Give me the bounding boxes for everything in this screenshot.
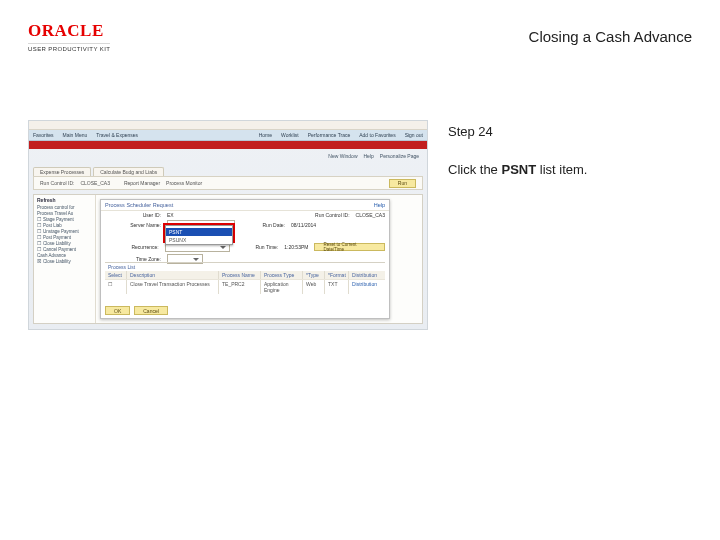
cell-format[interactable]: TXT xyxy=(325,280,349,294)
process-monitor-link[interactable]: Process Monitor xyxy=(166,180,202,186)
list-item: Process control for xyxy=(37,205,92,210)
menu-item[interactable]: Sign out xyxy=(405,132,423,138)
cancel-button[interactable]: Cancel xyxy=(134,306,168,315)
instruction-panel: Step 24 Click the PSNT list item. xyxy=(440,120,692,330)
process-scheduler-modal: Process Scheduler Request Help User ID: … xyxy=(100,199,390,319)
chevron-down-icon xyxy=(193,258,199,261)
list-item: ☐Cancel Payment xyxy=(37,247,92,252)
instruction-prefix: Click the xyxy=(448,162,501,177)
menu-item[interactable]: Main Menu xyxy=(63,132,88,138)
server-name-dropdown-list[interactable]: PSNT PSUNX xyxy=(165,225,233,245)
menu-item[interactable]: Performance Trace xyxy=(308,132,351,138)
process-list-grid: Process List Select Description Process … xyxy=(105,262,385,294)
cell-select[interactable]: ☐ xyxy=(105,280,127,294)
step-label: Step 24 xyxy=(448,124,692,139)
col-description: Description xyxy=(127,271,219,279)
server-name-label: Server Name: xyxy=(105,222,161,228)
sidebar-header[interactable]: Refresh xyxy=(37,197,92,203)
list-item: ☐Close Liability xyxy=(37,241,92,246)
tab-calc-budg[interactable]: Calculate Budg and Liabs xyxy=(93,167,164,176)
process-sidebar: Refresh Process control for Process Trav… xyxy=(34,195,96,323)
rundate-label: Run Date: xyxy=(241,222,285,228)
list-item: Process Travel Au xyxy=(37,211,92,216)
menu-item[interactable]: Travel & Expenses xyxy=(96,132,138,138)
page-title: Closing a Cash Advance xyxy=(529,28,692,45)
cell-process-type: Application Engine xyxy=(261,280,303,294)
cell-process-name: TE_PRC2 xyxy=(219,280,261,294)
runcontrol-value: CLOSE_CA3 xyxy=(356,212,385,218)
menu-item[interactable]: Add to Favorites xyxy=(359,132,395,138)
run-button[interactable]: Run xyxy=(389,179,416,188)
menu-item[interactable]: Worklist xyxy=(281,132,299,138)
link-personalize[interactable]: Personalize Page xyxy=(380,153,419,159)
run-control-value: CLOSE_CA3 xyxy=(80,180,109,186)
brand-product: USER PRODUCTIVITY KIT xyxy=(28,43,110,52)
link-new-window[interactable]: New Window xyxy=(328,153,357,159)
runtime-value: 1:20:53PM xyxy=(284,244,308,250)
col-select: Select xyxy=(105,271,127,279)
recurrence-label: Recurrence: xyxy=(105,244,159,250)
process-list-label: Process List xyxy=(105,263,385,271)
list-item: Cash Advance xyxy=(37,253,92,258)
modal-title-text: Process Scheduler Request xyxy=(105,202,173,208)
col-process-name: Process Name xyxy=(219,271,261,279)
oracle-red-bar xyxy=(29,141,427,149)
link-help[interactable]: Help xyxy=(364,153,374,159)
cell-description: Close Travel Transaction Processes xyxy=(127,280,219,294)
col-distribution: Distribution xyxy=(349,271,385,279)
brand-logo: ORACLE USER PRODUCTIVITY KIT xyxy=(28,21,110,52)
menu-item[interactable]: Favorites xyxy=(33,132,54,138)
menu-item[interactable]: Home xyxy=(259,132,272,138)
list-item: ☒Close Liability xyxy=(37,259,92,264)
dropdown-option-psunx[interactable]: PSUNX xyxy=(166,236,232,244)
tab-expense-processes[interactable]: Expense Processes xyxy=(33,167,91,176)
col-process-type: Process Type xyxy=(261,271,303,279)
cell-type[interactable]: Web xyxy=(303,280,325,294)
main-menubar: Favorites Main Menu Travel & Expenses Ho… xyxy=(29,130,427,141)
table-row: ☐ Close Travel Transaction Processes TE_… xyxy=(105,279,385,294)
rundate-value: 08/11/2014 xyxy=(291,222,316,228)
list-item: ☐Unstage Payment xyxy=(37,229,92,234)
sub-header: New Window Help Personalize Page xyxy=(29,149,427,163)
runtime-label: Run Time: xyxy=(236,244,278,250)
userid-value: EX xyxy=(167,212,174,218)
list-item: ☐Post Payment xyxy=(37,235,92,240)
report-manager-link[interactable]: Report Manager xyxy=(124,180,160,186)
ok-button[interactable]: OK xyxy=(105,306,130,315)
run-control-label: Run Control ID: xyxy=(40,180,74,186)
dropdown-option-psnt[interactable]: PSNT xyxy=(166,228,232,236)
col-type: *Type xyxy=(303,271,325,279)
instruction-text: Click the PSNT list item. xyxy=(448,161,692,179)
list-item: ☐Stage Payment xyxy=(37,217,92,222)
runcontrol-label: Run Control ID: xyxy=(290,212,350,218)
col-format: *Format xyxy=(325,271,349,279)
run-control-bar: Run Control ID: CLOSE_CA3 Report Manager… xyxy=(33,176,423,190)
chevron-down-icon xyxy=(220,246,226,249)
cell-distribution[interactable]: Distribution xyxy=(349,280,385,294)
modal-help-link[interactable]: Help xyxy=(374,202,385,208)
screenshot-thumbnail: Favorites Main Menu Travel & Expenses Ho… xyxy=(28,120,428,330)
userid-label: User ID: xyxy=(105,212,161,218)
instruction-bold: PSNT xyxy=(501,162,536,177)
brand-name: ORACLE xyxy=(28,21,110,41)
list-item: ☐Post Liab xyxy=(37,223,92,228)
reset-time-button[interactable]: Reset to Current Date/Time xyxy=(314,243,385,251)
instruction-suffix: list item. xyxy=(536,162,587,177)
browser-chrome xyxy=(29,121,427,130)
